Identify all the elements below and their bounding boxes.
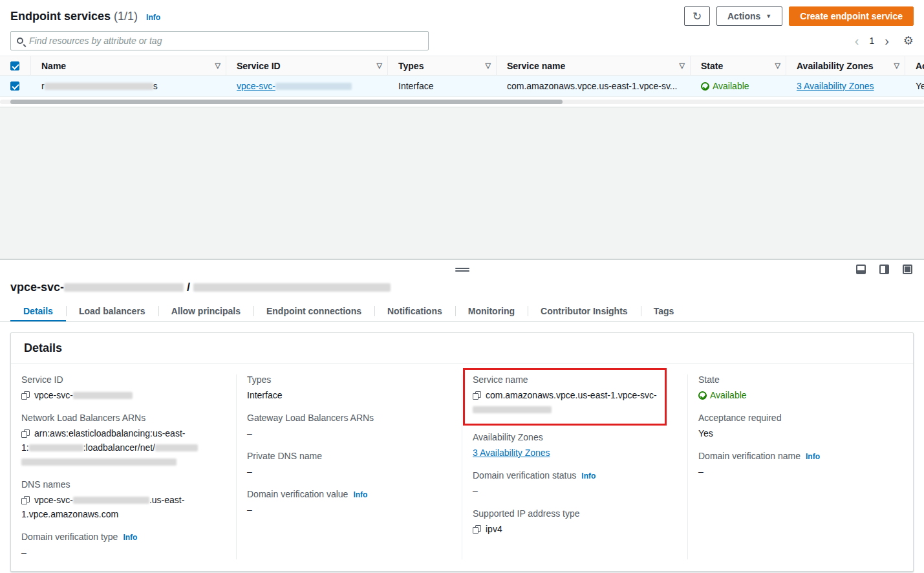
horizontal-scrollbar [0,98,924,105]
info-link[interactable]: Info [806,452,820,461]
filter-icon[interactable]: ▽ [210,61,220,70]
split-panel: vpce-svc- / Details Load balancers Allow… [0,259,924,573]
filter-icon[interactable]: ▽ [889,61,899,70]
select-all-checkbox[interactable] [10,61,19,70]
search-box [10,31,429,50]
column-header-name[interactable]: Name▽ [31,56,226,75]
table-header-row: Name▽ Service ID▽ Types▽ Service name▽ S… [0,56,924,76]
field-label: Supported IP address type [473,508,677,519]
field-value: – [473,484,677,498]
column-header-availability-zones[interactable]: Availability Zones▽ [786,56,905,75]
redacted-text [73,497,149,504]
panel-position-side-icon[interactable] [879,265,889,274]
redacted-text [473,406,552,413]
search-input[interactable] [28,35,422,47]
filter-icon[interactable]: ▽ [372,61,382,70]
copy-icon[interactable] [473,525,481,534]
toolbar-actions: ↻ Actions ▼ Create endpoint service [684,6,914,26]
copy-icon[interactable] [21,496,30,504]
endpoint-services-table: Name▽ Service ID▽ Types▽ Service name▽ S… [0,56,924,105]
field-value: 3 Availability Zones [473,446,677,460]
cell-availability-zones: 3 Availability Zones [786,76,905,96]
info-link[interactable]: Info [581,471,596,481]
refresh-button[interactable]: ↻ [684,6,710,26]
details-column-2: Types Interface Gateway Load Balancers A… [236,374,462,559]
row-checkbox[interactable] [10,81,19,91]
field-label: Domain verification valueInfo [247,489,451,499]
page-title: Endpoint services (1/1) Info [10,6,160,27]
details-column-4: State Available Acceptance required Yes … [687,374,913,559]
status-available-icon [698,391,707,400]
redacted-text [21,459,177,466]
page-title-text: Endpoint services [10,10,111,23]
field-label: Gateway Load Balancers ARNs [247,413,451,423]
field-value: arn:aws:elasticloadbalancing:us-east- 1:… [21,426,226,469]
details-card: Details Service ID vpce-svc- Network Loa… [10,332,914,572]
cell-types: Interface [388,76,497,96]
column-header-acceptance[interactable]: Acceptance required [905,56,924,75]
service-id-link[interactable]: vpce-svc- [237,81,352,91]
column-header-types[interactable]: Types▽ [388,56,497,75]
column-header-service-id[interactable]: Service ID▽ [226,56,388,75]
split-panel-bar [0,260,924,281]
tab-endpoint-connections[interactable]: Endpoint connections [253,301,374,321]
refresh-icon: ↻ [693,10,702,23]
redacted-text [155,444,198,451]
split-panel-drag-handle[interactable] [455,266,469,273]
tab-notifications[interactable]: Notifications [374,301,455,321]
info-link[interactable]: Info [123,533,137,542]
field-service-id: Service ID vpce-svc- [21,374,226,402]
tab-allow-principals[interactable]: Allow principals [158,301,253,321]
row-checkbox-cell [0,76,31,96]
field-domain-verification-type: Domain verification typeInfo – [21,532,226,559]
panel-position-bottom-icon[interactable] [856,265,866,274]
field-label: State [698,374,903,385]
search-icon [17,38,23,44]
search-row: ‹ 1 › ⚙ [0,31,924,56]
field-value: – [247,426,451,440]
tab-contributor-insights[interactable]: Contributor Insights [528,301,641,321]
field-label: Availability Zones [473,432,677,442]
info-link[interactable]: Info [146,13,160,22]
table-row[interactable]: rs vpce-svc- Interface com.amazonaws.vpc… [0,76,924,97]
copy-icon[interactable] [21,429,30,438]
actions-button-label: Actions [727,11,760,21]
settings-gear-icon[interactable]: ⚙ [903,34,914,48]
pagination-page-number[interactable]: 1 [869,36,874,46]
pagination-prev[interactable]: ‹ [855,34,859,47]
actions-button[interactable]: Actions ▼ [716,6,782,26]
field-label: Domain verification nameInfo [698,451,903,461]
redacted-text [64,283,184,292]
column-header-service-name[interactable]: Service name▽ [497,56,691,75]
tab-tags[interactable]: Tags [641,301,687,321]
toolbar: Endpoint services (1/1) Info ↻ Actions ▼… [0,0,924,31]
availability-zones-link[interactable]: 3 Availability Zones [473,448,550,458]
panel-position-full-icon[interactable] [903,265,912,274]
field-label: DNS names [21,479,226,490]
info-link[interactable]: Info [353,490,367,499]
vpc-endpoint-services-page: Endpoint services (1/1) Info ↻ Actions ▼… [0,0,924,573]
endpoint-services-table-section: Endpoint services (1/1) Info ↻ Actions ▼… [0,0,924,107]
copy-icon[interactable] [21,391,30,400]
copy-icon[interactable] [473,391,481,400]
filter-icon[interactable]: ▽ [770,61,780,70]
field-types: Types Interface [247,374,451,402]
field-private-dns-name: Private DNS name – [247,451,451,479]
annotation-highlight-box: Service name com.amazonaws.vpce.us-east-… [463,368,667,426]
filter-icon[interactable]: ▽ [674,61,685,70]
column-header-state[interactable]: State▽ [691,56,786,75]
availability-zones-link[interactable]: 3 Availability Zones [797,81,874,91]
tab-monitoring[interactable]: Monitoring [455,301,528,321]
create-endpoint-service-button[interactable]: Create endpoint service [789,6,914,26]
filter-icon[interactable]: ▽ [480,61,491,70]
horizontal-scrollbar-thumb[interactable] [10,100,563,104]
tab-load-balancers[interactable]: Load balancers [66,301,158,321]
cell-service-name: com.amazonaws.vpce.us-east-1.vpce-sv... [497,76,691,96]
field-value: vpce-svc-.us-east- 1.vpce.amazonaws.com [21,493,226,521]
field-domain-verification-name: Domain verification nameInfo – [698,451,903,479]
field-value: – [21,545,226,559]
pagination-next[interactable]: › [885,34,889,47]
select-all-checkbox-cell [0,56,31,75]
tab-details[interactable]: Details [10,301,66,321]
content-background [0,107,924,259]
